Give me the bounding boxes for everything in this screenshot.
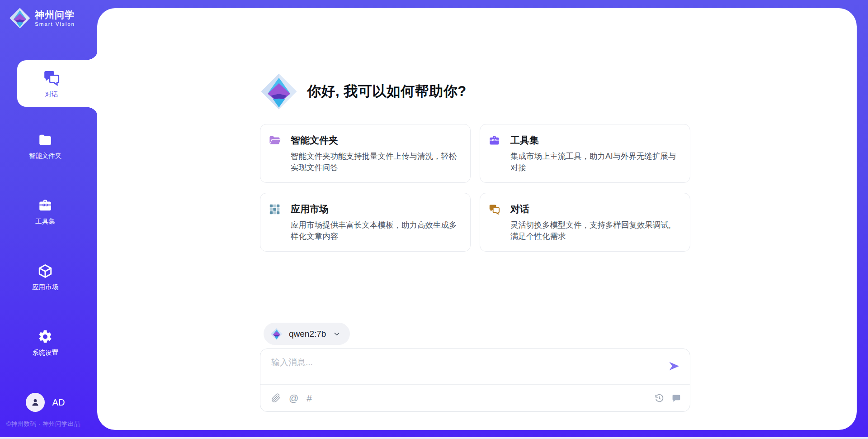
sidebar-item-smart-folder[interactable]: 智能文件夹 xyxy=(0,132,90,160)
gear-icon xyxy=(38,329,53,344)
send-button[interactable] xyxy=(667,360,681,373)
folder-open-icon xyxy=(269,134,281,147)
card-chat[interactable]: 对话 灵活切换多模型文件，支持多样回复效果调试, 满足个性化需求 xyxy=(480,193,690,252)
card-desc: 智能文件夹功能支持批量文件上传与清洗，轻松实现文件问答 xyxy=(291,151,459,173)
card-title: 工具集 xyxy=(510,134,539,147)
chat-icon xyxy=(42,69,61,87)
greeting-gem-icon xyxy=(260,72,298,110)
feedback-button[interactable] xyxy=(671,393,681,403)
card-title: 对话 xyxy=(510,203,529,215)
hash-icon: # xyxy=(307,393,312,404)
sidebar-footer: ©神州数码 · 神州问学出品 xyxy=(6,420,80,428)
chevron-down-icon xyxy=(333,330,341,338)
sidebar-item-label: 系统设置 xyxy=(32,348,58,357)
card-toolset[interactable]: 工具集 集成市场上主流工具，助力AI与外界无缝扩展与对接 xyxy=(480,124,690,183)
cube-icon xyxy=(38,263,53,279)
history-button[interactable] xyxy=(655,393,664,403)
sidebar: 神州问学 Smart Vision 对话 智能文件夹 工具集 xyxy=(0,0,97,439)
sidebar-item-app-market[interactable]: 应用市场 xyxy=(0,263,90,291)
card-app-market[interactable]: 应用市场 应用市场提供丰富长文本模板，助力高效生成多样化文章内容 xyxy=(260,193,471,252)
model-name: qwen2:7b xyxy=(289,329,326,339)
sidebar-item-label: 工具集 xyxy=(35,217,55,226)
composer: @ # xyxy=(260,348,690,412)
brand-logo: 神州问学 Smart Vision xyxy=(9,7,75,29)
topic-button[interactable]: # xyxy=(307,393,312,404)
attach-button[interactable] xyxy=(271,393,281,403)
composer-toolbar: @ # xyxy=(271,385,681,411)
model-gem-icon xyxy=(270,328,283,340)
mention-button[interactable]: @ xyxy=(289,393,298,404)
greeting-title: 你好, 我可以如何帮助你? xyxy=(307,82,467,101)
chat-bubble-icon xyxy=(671,393,681,403)
brand-name: 神州问学 xyxy=(35,10,75,20)
feature-cards: 智能文件夹 智能文件夹功能支持批量文件上传与清洗，轻松实现文件问答 工具集 集成… xyxy=(260,124,690,252)
brand-subtitle: Smart Vision xyxy=(35,21,75,27)
card-smart-folder[interactable]: 智能文件夹 智能文件夹功能支持批量文件上传与清洗，轻松实现文件问答 xyxy=(260,124,471,183)
folder-icon xyxy=(38,132,53,148)
card-desc: 集成市场上主流工具，助力AI与外界无缝扩展与对接 xyxy=(510,151,679,173)
card-title: 应用市场 xyxy=(291,203,329,215)
send-icon xyxy=(668,360,680,372)
main-panel: 你好, 我可以如何帮助你? 智能文件夹 智能文件夹功能支持批量文件上传与清洗，轻… xyxy=(97,8,857,430)
user-initials: AD xyxy=(52,397,65,408)
briefcase-icon xyxy=(488,134,500,147)
sidebar-item-label: 应用市场 xyxy=(32,283,58,291)
user-account[interactable]: AD xyxy=(0,393,90,412)
grid-icon xyxy=(269,203,281,215)
at-icon: @ xyxy=(289,393,298,404)
sidebar-item-label: 智能文件夹 xyxy=(29,152,62,160)
person-icon xyxy=(30,397,41,408)
sidebar-item-toolset[interactable]: 工具集 xyxy=(0,198,90,226)
logo-gem-icon xyxy=(9,7,31,29)
sidebar-item-chat[interactable]: 对话 xyxy=(17,60,99,107)
horizontal-scrollbar[interactable] xyxy=(0,437,868,439)
card-title: 智能文件夹 xyxy=(291,134,338,147)
history-icon xyxy=(655,393,664,403)
card-desc: 应用市场提供丰富长文本模板，助力高效生成多样化文章内容 xyxy=(291,220,459,242)
tab-fillet-top xyxy=(87,48,99,60)
toolbox-icon xyxy=(38,198,53,213)
model-selector[interactable]: qwen2:7b xyxy=(264,323,350,345)
sidebar-item-settings[interactable]: 系统设置 xyxy=(0,329,90,357)
chat-bubbles-icon xyxy=(488,203,500,215)
sidebar-item-label: 对话 xyxy=(45,90,58,99)
paperclip-icon xyxy=(271,393,281,403)
greeting: 你好, 我可以如何帮助你? xyxy=(260,72,467,110)
tab-fillet-bottom xyxy=(87,107,99,119)
avatar xyxy=(26,393,45,412)
message-input[interactable] xyxy=(271,357,656,381)
card-desc: 灵活切换多模型文件，支持多样回复效果调试, 满足个性化需求 xyxy=(510,220,679,242)
